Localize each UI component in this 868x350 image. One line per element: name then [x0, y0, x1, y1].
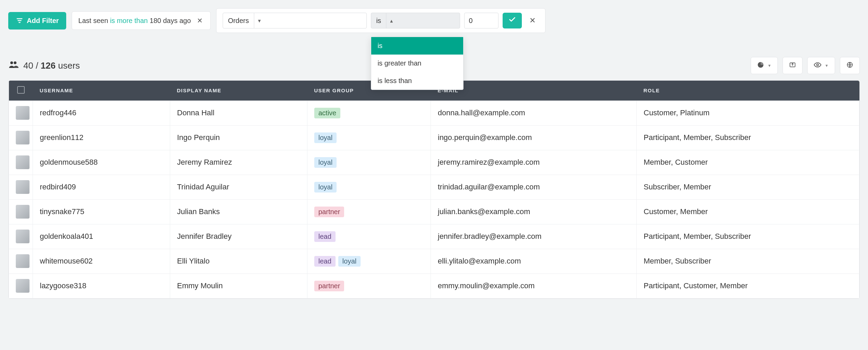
svg-point-4 — [14, 61, 16, 64]
username: tinysnake775 — [40, 207, 84, 216]
username: greenlion112 — [40, 133, 83, 142]
pie-chart-icon — [757, 61, 764, 70]
filter-icon — [16, 17, 23, 24]
chip-field: Last seen — [78, 17, 108, 24]
chevron-down-icon: ▼ — [825, 63, 829, 68]
operator-option-is[interactable]: is — [371, 37, 463, 55]
filter-editor: Orders ▾ is ▴ is is greater than is less… — [216, 8, 546, 33]
operator-option-greater[interactable]: is greater than — [371, 55, 463, 72]
user-group: partner — [307, 273, 431, 298]
filter-chip-lastseen[interactable]: Last seen is more than 180 days ago ✕ — [72, 11, 211, 30]
filter-value-input[interactable] — [464, 13, 498, 28]
username: whitemouse602 — [40, 257, 93, 265]
display-name: Jeremy Ramirez — [170, 150, 307, 175]
table-row[interactable]: tinysnake775Julian Bankspartnerjulian.ba… — [9, 199, 859, 224]
group-tag-partner: partner — [314, 281, 344, 291]
email: ingo.perquin@example.com — [431, 125, 637, 150]
email: emmy.moulin@example.com — [431, 273, 637, 298]
user-group: leadloyal — [307, 249, 431, 273]
avatar — [16, 131, 30, 144]
avatar — [16, 230, 30, 243]
display-name: Donna Hall — [170, 101, 307, 125]
display-name: Emmy Moulin — [170, 273, 307, 298]
user-group: partner — [307, 199, 431, 224]
role: Participant, Member, Subscriber — [637, 125, 859, 150]
role: Member, Customer — [637, 150, 859, 175]
stats-button[interactable]: ▼ — [751, 57, 778, 74]
email: julian.banks@example.com — [431, 199, 637, 224]
count-total: 126 — [41, 60, 56, 71]
confirm-filter-button[interactable] — [503, 13, 522, 28]
role: Member, Subscriber — [637, 249, 859, 273]
role: Participant, Customer, Member — [637, 273, 859, 298]
role: Subscriber, Member — [637, 175, 859, 199]
filter-operator-select[interactable]: is ▴ — [371, 13, 460, 28]
role: Participant, Member, Subscriber — [637, 224, 859, 249]
user-group: loyal — [307, 125, 431, 150]
chevron-down-icon[interactable]: ▾ — [254, 13, 265, 28]
chip-value: 180 days ago — [150, 17, 191, 24]
chip-close-icon[interactable]: ✕ — [196, 16, 204, 25]
avatar — [16, 155, 30, 169]
filter-field-select[interactable]: Orders ▾ — [223, 13, 367, 28]
username: goldenmouse588 — [40, 158, 98, 166]
add-filter-label: Add Filter — [27, 17, 59, 25]
add-filter-button[interactable]: Add Filter — [8, 12, 66, 30]
display-name: Jennifer Bradley — [170, 224, 307, 249]
group-tag-active: active — [314, 108, 340, 118]
public-button[interactable] — [840, 57, 860, 74]
user-group: active — [307, 101, 431, 125]
eye-icon — [814, 61, 821, 70]
avatar — [16, 205, 30, 219]
email: jennifer.bradley@example.com — [431, 224, 637, 249]
group-tag-loyal: loyal — [338, 256, 361, 267]
count-label: users — [58, 60, 80, 71]
select-all-checkbox[interactable] — [17, 86, 25, 94]
table-row[interactable]: goldenmouse588Jeremy Ramirezloyaljeremy.… — [9, 150, 859, 175]
table-row[interactable]: whitemouse602Elli Ylitaloleadloyalelli.y… — [9, 249, 859, 273]
globe-icon — [846, 61, 853, 70]
avatar — [16, 254, 30, 268]
col-display-name[interactable]: DISPLAY NAME — [170, 81, 307, 101]
chevron-up-icon[interactable]: ▴ — [386, 13, 397, 28]
display-name: Elli Ylitalo — [170, 249, 307, 273]
email: trinidad.aguilar@example.com — [431, 175, 637, 199]
group-tag-partner: partner — [314, 207, 344, 217]
users-table: USERNAME DISPLAY NAME USER GROUP E-MAIL … — [9, 81, 859, 299]
operator-option-less[interactable]: is less than — [371, 72, 463, 90]
user-group: loyal — [307, 175, 431, 199]
display-name: Ingo Perquin — [170, 125, 307, 150]
table-row[interactable]: redfrog446Donna Hallactivedonna.hall@exa… — [9, 101, 859, 125]
avatar — [16, 279, 30, 293]
editor-close-icon[interactable]: ✕ — [526, 14, 539, 27]
chevron-down-icon: ▼ — [767, 63, 771, 68]
group-tag-loyal: loyal — [314, 132, 337, 143]
svg-point-3 — [10, 61, 13, 64]
avatar — [16, 180, 30, 194]
visibility-button[interactable]: ▼ — [807, 57, 835, 74]
table-row[interactable]: lazygoose318Emmy Moulinpartneremmy.mouli… — [9, 273, 859, 298]
email: elli.ylitalo@example.com — [431, 249, 637, 273]
user-count: 40 / 126 users — [8, 59, 80, 72]
display-name: Trinidad Aguilar — [170, 175, 307, 199]
export-button[interactable] — [783, 57, 802, 74]
table-row[interactable]: goldenkoala401Jennifer Bradleyleadjennif… — [9, 224, 859, 249]
operator-dropdown: is is greater than is less than — [371, 37, 464, 90]
group-tag-loyal: loyal — [314, 182, 337, 192]
email: donna.hall@example.com — [431, 101, 637, 125]
username: redfrog446 — [40, 108, 76, 117]
table-row[interactable]: greenlion112Ingo Perquinloyalingo.perqui… — [9, 125, 859, 150]
col-username[interactable]: USERNAME — [33, 81, 170, 101]
col-role[interactable]: ROLE — [637, 81, 859, 101]
filter-operator-value: is — [371, 13, 386, 28]
username: redbird409 — [40, 183, 76, 191]
avatar — [16, 106, 30, 120]
group-tag-lead: lead — [314, 231, 336, 242]
check-icon — [508, 16, 516, 25]
table-row[interactable]: redbird409Trinidad Aguilarloyaltrinidad.… — [9, 175, 859, 199]
role: Customer, Platinum — [637, 101, 859, 125]
svg-point-7 — [817, 64, 819, 66]
filter-field-value: Orders — [223, 13, 254, 28]
chip-operator: is more than — [110, 17, 148, 24]
email: jeremy.ramirez@example.com — [431, 150, 637, 175]
